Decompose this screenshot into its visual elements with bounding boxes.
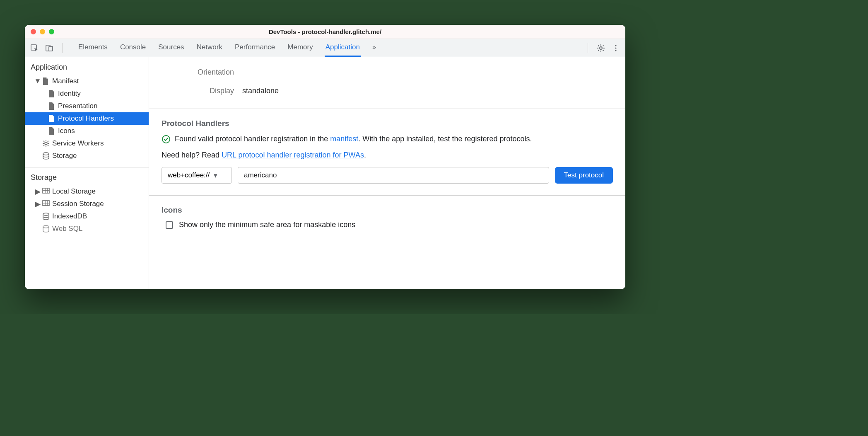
help-text: Need help? Read URL protocol handler reg… <box>162 151 613 160</box>
window-close-button[interactable] <box>31 29 36 34</box>
inspect-element-icon[interactable] <box>29 43 40 53</box>
panel-tabs: Elements Console Sources Network Perform… <box>77 39 580 57</box>
sidebar-item-label: Manifest <box>52 77 79 85</box>
sidebar-item-local-storage[interactable]: ▶ Local Storage <box>25 185 149 198</box>
check-circle-icon <box>162 135 171 144</box>
gear-icon <box>42 140 50 147</box>
main-content: Orientation Display standalone Protocol … <box>149 57 625 289</box>
tab-sources[interactable]: Sources <box>157 39 185 57</box>
sidebar-item-label: Protocol Handlers <box>58 114 114 123</box>
combo-value: web+coffee:// <box>168 171 210 179</box>
sidebar-item-label: Service Workers <box>52 139 104 148</box>
svg-rect-2 <box>49 46 53 51</box>
sidebar-item-label: Identity <box>58 90 81 98</box>
status-text: Found valid protocol handler registratio… <box>175 134 532 144</box>
tab-application[interactable]: Application <box>325 39 361 57</box>
tab-network[interactable]: Network <box>196 39 223 57</box>
devtools-window: DevTools - protocol-handler.glitch.me/ E… <box>25 25 625 289</box>
database-icon <box>42 213 50 220</box>
sidebar-heading-storage: Storage <box>25 172 149 185</box>
sidebar-item-service-workers[interactable]: Service Workers <box>25 137 149 150</box>
database-icon <box>42 225 50 233</box>
more-menu-icon[interactable] <box>610 43 621 53</box>
icons-section: Icons Show only the minimum safe area fo… <box>149 195 625 241</box>
orientation-label: Orientation <box>162 68 234 77</box>
sidebar-item-protocol-handlers[interactable]: Protocol Handlers <box>25 112 149 125</box>
traffic-lights <box>31 29 54 34</box>
disclosure-right-icon: ▶ <box>36 187 40 196</box>
manifest-presentation-block: Orientation Display standalone <box>149 57 625 109</box>
help-link[interactable]: URL protocol handler registration for PW… <box>222 151 364 159</box>
document-icon <box>48 102 55 110</box>
maskable-checkbox-row[interactable]: Show only the minimum safe area for mask… <box>162 220 613 229</box>
disclosure-right-icon: ▶ <box>36 200 40 208</box>
tabs-overflow[interactable]: » <box>371 39 377 57</box>
svg-point-18 <box>43 225 49 228</box>
sidebar-item-icons[interactable]: Icons <box>25 125 149 137</box>
toolbar-divider <box>62 43 63 53</box>
display-value: standalone <box>242 87 279 95</box>
tab-memory[interactable]: Memory <box>287 39 313 57</box>
devtools-toolbar: Elements Console Sources Network Perform… <box>25 39 625 57</box>
sidebar-item-indexeddb[interactable]: IndexedDB <box>25 210 149 223</box>
window-title: DevTools - protocol-handler.glitch.me/ <box>25 28 625 35</box>
display-label: Display <box>162 87 234 95</box>
manifest-link[interactable]: manifest <box>330 135 358 143</box>
svg-point-3 <box>600 47 602 49</box>
checkbox-label: Show only the minimum safe area for mask… <box>179 220 355 229</box>
section-heading: Protocol Handlers <box>162 119 613 128</box>
svg-point-6 <box>615 50 616 51</box>
sidebar-item-label: Web SQL <box>52 225 82 233</box>
table-icon <box>42 188 50 195</box>
svg-point-4 <box>615 45 616 46</box>
svg-point-7 <box>45 142 47 145</box>
document-icon <box>48 115 55 122</box>
protocol-scheme-select[interactable]: web+coffee:// ▾ <box>162 167 232 184</box>
sidebar-item-manifest[interactable]: ▼ Manifest <box>25 75 149 87</box>
disclosure-down-icon: ▼ <box>36 77 40 85</box>
device-toolbar-icon[interactable] <box>44 43 55 53</box>
window-minimize-button[interactable] <box>40 29 45 34</box>
toolbar-divider <box>588 43 588 53</box>
sidebar-item-label: Local Storage <box>52 187 96 196</box>
sidebar-heading-application: Application <box>25 61 149 75</box>
sidebar-item-session-storage[interactable]: ▶ Session Storage <box>25 198 149 210</box>
document-icon <box>48 90 55 97</box>
document-icon <box>42 78 50 85</box>
sidebar-item-storage[interactable]: Storage <box>25 150 149 162</box>
titlebar: DevTools - protocol-handler.glitch.me/ <box>25 25 625 39</box>
sidebar-item-label: Presentation <box>58 102 97 110</box>
svg-point-8 <box>43 153 49 155</box>
section-heading: Icons <box>162 206 613 215</box>
sidebar-item-websql[interactable]: Web SQL <box>25 223 149 235</box>
protocol-test-row: web+coffee:// ▾ Test protocol <box>162 167 613 184</box>
checkbox-icon[interactable] <box>166 221 173 229</box>
svg-point-5 <box>615 47 616 48</box>
protocol-path-input[interactable] <box>238 167 549 184</box>
database-icon <box>42 152 50 160</box>
settings-gear-icon[interactable] <box>596 43 606 53</box>
application-sidebar: Application ▼ Manifest Identity Presenta… <box>25 57 149 289</box>
tab-performance[interactable]: Performance <box>234 39 276 57</box>
sidebar-item-label: Storage <box>52 152 77 160</box>
sidebar-item-presentation[interactable]: Presentation <box>25 100 149 112</box>
table-icon <box>42 200 50 208</box>
protocol-handlers-section: Protocol Handlers Found valid protocol h… <box>149 109 625 195</box>
tab-elements[interactable]: Elements <box>77 39 108 57</box>
caret-down-icon: ▾ <box>214 171 217 180</box>
panel-body: Application ▼ Manifest Identity Presenta… <box>25 57 625 289</box>
tab-console[interactable]: Console <box>119 39 147 57</box>
sidebar-item-identity[interactable]: Identity <box>25 87 149 100</box>
test-protocol-button[interactable]: Test protocol <box>555 167 613 184</box>
document-icon <box>48 127 55 135</box>
sidebar-item-label: Icons <box>58 127 75 135</box>
window-zoom-button[interactable] <box>49 29 54 34</box>
sidebar-item-label: Session Storage <box>52 200 104 208</box>
svg-point-17 <box>43 213 49 216</box>
status-line: Found valid protocol handler registratio… <box>162 134 613 144</box>
sidebar-item-label: IndexedDB <box>52 212 87 220</box>
